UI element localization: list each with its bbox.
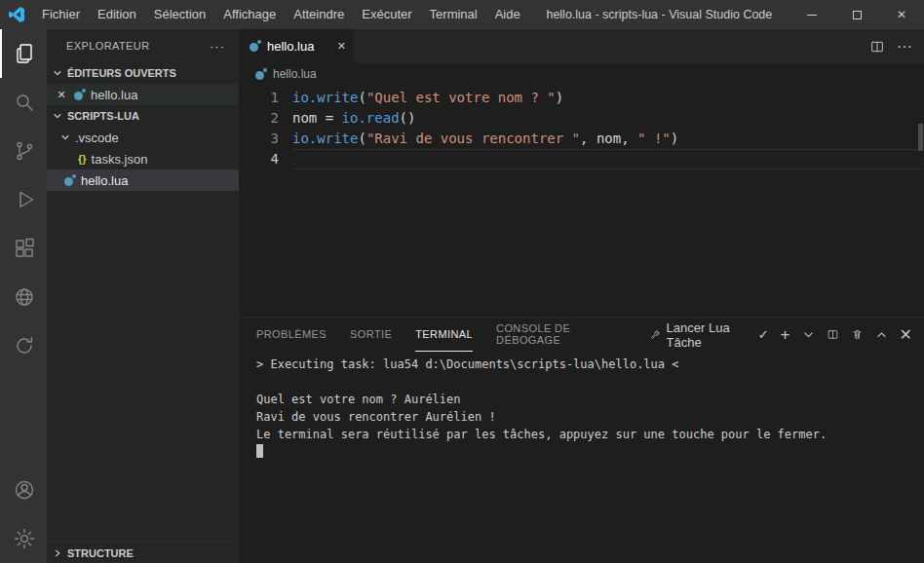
- split-editor-icon[interactable]: [869, 39, 885, 55]
- tab-console-debogage[interactable]: CONSOLE DE DÉBOGAGE: [496, 318, 626, 352]
- search-icon: [13, 91, 36, 114]
- minimize-button[interactable]: [789, 0, 834, 29]
- editor-group: hello.lua ✕ ··· hello.lua 1io.write("Que…: [239, 29, 924, 563]
- new-terminal-button[interactable]: +: [781, 326, 790, 343]
- line-number: 1: [239, 88, 279, 108]
- chevron-down-icon: [58, 131, 72, 144]
- panel-actions: Lancer Lua Tâche ✓ + ✕: [649, 320, 912, 350]
- activity-bar: [0, 29, 47, 563]
- tab-hello-lua[interactable]: hello.lua ✕: [239, 29, 354, 63]
- terminal-line: Quel est votre nom ? Aurélien: [256, 391, 924, 408]
- menu-executer[interactable]: Exécuter: [353, 0, 420, 29]
- terminal-line: Le terminal sera réutilisé par les tâche…: [256, 426, 924, 443]
- terminal-cursor: [256, 444, 263, 458]
- chevron-right-icon: [51, 546, 64, 560]
- tree-item-label: tasks.json: [92, 152, 148, 167]
- sidebar-more-actions-icon[interactable]: ···: [210, 39, 225, 54]
- terminal-line: [256, 373, 924, 391]
- outline-section[interactable]: STRUCTURE: [47, 542, 239, 563]
- files-icon: [13, 42, 36, 65]
- open-editor-hello-lua[interactable]: ✕ hello.lua: [47, 84, 239, 105]
- tab-label: hello.lua: [267, 39, 331, 54]
- tools-icon: [649, 328, 661, 342]
- chevron-down-icon[interactable]: [802, 327, 815, 342]
- chevron-up-icon[interactable]: [875, 327, 888, 342]
- chevron-down-icon: [51, 66, 64, 80]
- line-number: 4: [239, 149, 279, 169]
- folder-section-label: SCRIPTS-LUA: [67, 110, 139, 122]
- line-number: 2: [239, 108, 279, 129]
- account-icon: [13, 478, 36, 502]
- menu-selection[interactable]: Sélection: [145, 0, 214, 29]
- tree-item-label: .vscode: [75, 131, 119, 145]
- code-line[interactable]: 1io.write("Quel est votre nom ? "): [239, 88, 924, 108]
- tree-item-hello-lua[interactable]: hello.lua: [47, 169, 239, 191]
- open-editors-section[interactable]: ÉDITEURS OUVERTS: [47, 62, 239, 84]
- current-line-highlight: [292, 149, 923, 169]
- close-panel-icon[interactable]: ✕: [900, 325, 912, 344]
- globe-icon: [13, 285, 36, 309]
- title-bar: Fichier Edition Sélection Affichage Atte…: [0, 0, 924, 29]
- explorer-sidebar: EXPLORATEUR ··· ÉDITEURS OUVERTS ✕ hello…: [47, 29, 239, 563]
- activity-settings[interactable]: [0, 514, 47, 563]
- activity-live-share[interactable]: [0, 321, 47, 370]
- code-lines: 1io.write("Quel est votre nom ? ")2nom =…: [239, 88, 924, 169]
- vscode-window: Fichier Edition Sélection Affichage Atte…: [0, 0, 924, 563]
- window-controls: ✕: [789, 0, 924, 29]
- tree-item-tasks-json[interactable]: {} tasks.json: [47, 148, 239, 169]
- menu-atteindre[interactable]: Atteindre: [285, 0, 353, 29]
- extensions-icon: [13, 237, 36, 260]
- tab-terminal[interactable]: TERMINAL: [415, 318, 473, 352]
- trash-icon[interactable]: [851, 327, 864, 342]
- code-line[interactable]: 4: [239, 149, 924, 169]
- task-label: Lancer Lua Tâche: [667, 320, 752, 350]
- sidebar-header: EXPLORATEUR ···: [47, 29, 239, 62]
- close-editor-icon[interactable]: ✕: [55, 89, 68, 101]
- breadcrumb-item[interactable]: hello.lua: [273, 67, 317, 81]
- activity-extensions[interactable]: [0, 224, 47, 273]
- terminal-line: Ravi de vous rencontrer Aurélien !: [256, 408, 924, 426]
- gear-icon: [13, 527, 36, 550]
- minimize-icon: [807, 15, 817, 16]
- bottom-panel: PROBLÈMES SORTIE TERMINAL CONSOLE DE DÉB…: [239, 317, 924, 563]
- folder-section-scripts-lua[interactable]: SCRIPTS-LUA: [47, 105, 239, 127]
- activity-explorer[interactable]: [0, 29, 47, 78]
- open-editor-filename: hello.lua: [91, 88, 137, 102]
- menu-edition[interactable]: Edition: [89, 0, 145, 29]
- activity-account[interactable]: [0, 466, 47, 514]
- terminal-output[interactable]: > Executing task: lua54 d:\Documents\scr…: [239, 352, 924, 563]
- breadcrumb[interactable]: hello.lua: [239, 63, 924, 85]
- activity-run-debug[interactable]: [0, 175, 47, 224]
- maximize-button[interactable]: [834, 0, 879, 29]
- activity-globe[interactable]: [0, 273, 47, 321]
- split-terminal-icon[interactable]: [827, 327, 839, 342]
- git-branch-icon: [13, 139, 36, 163]
- menu-terminal[interactable]: Terminal: [421, 0, 486, 29]
- close-tab-icon[interactable]: ✕: [337, 40, 346, 53]
- panel-header: PROBLÈMES SORTIE TERMINAL CONSOLE DE DÉB…: [239, 318, 924, 352]
- code-line[interactable]: 3io.write("Ravi de vous rencontrer ", no…: [239, 129, 924, 149]
- tab-problemes[interactable]: PROBLÈMES: [256, 318, 327, 352]
- terminal-line: > Executing task: lua54 d:\Documents\scr…: [256, 356, 924, 373]
- vscode-logo-icon[interactable]: [0, 7, 33, 22]
- code-editor[interactable]: 1io.write("Quel est votre nom ? ")2nom =…: [239, 85, 924, 317]
- lua-file-icon: [63, 174, 76, 187]
- menu-aide[interactable]: Aide: [486, 0, 529, 29]
- more-actions-icon[interactable]: ···: [897, 38, 912, 56]
- code-line[interactable]: 2nom = io.read(): [239, 108, 924, 129]
- check-icon: ✓: [758, 327, 769, 342]
- tree-item-label: hello.lua: [81, 173, 128, 188]
- tab-sortie[interactable]: SORTIE: [350, 318, 392, 352]
- tree-item-vscode-folder[interactable]: .vscode: [47, 127, 239, 148]
- menu-affichage[interactable]: Affichage: [214, 0, 285, 29]
- activity-search[interactable]: [0, 78, 47, 127]
- run-debug-icon: [13, 188, 36, 211]
- menu-fichier[interactable]: Fichier: [33, 0, 89, 29]
- lua-file-icon: [249, 40, 261, 53]
- activity-bar-spacer: [0, 370, 47, 466]
- window-title: hello.lua - scripts-lua - Visual Studio …: [529, 8, 789, 21]
- activity-source-control[interactable]: [0, 127, 47, 175]
- scrollbar-thumb[interactable]: [918, 124, 923, 151]
- close-window-button[interactable]: ✕: [879, 0, 924, 29]
- run-task-button[interactable]: Lancer Lua Tâche ✓: [649, 320, 769, 350]
